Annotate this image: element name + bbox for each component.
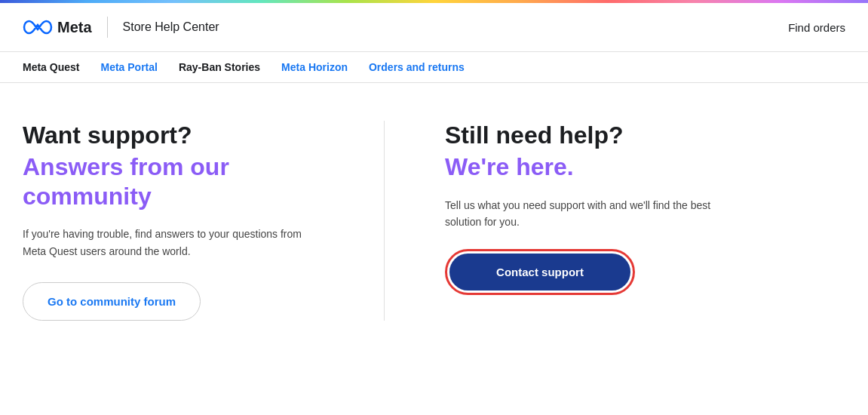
main-content: Want support? Answers from our community… <box>0 83 868 351</box>
meta-logo-text: Meta <box>57 19 92 36</box>
nav-meta-portal[interactable]: Meta Portal <box>100 61 157 73</box>
nav-rayban-stories[interactable]: Ray-Ban Stories <box>179 61 260 73</box>
left-heading-dark: Want support? <box>23 121 354 149</box>
nav-orders-returns[interactable]: Orders and returns <box>369 61 465 73</box>
header: Meta Store Help Center Find orders <box>0 3 868 52</box>
main-nav: Meta Quest Meta Portal Ray-Ban Stories M… <box>0 52 868 83</box>
left-heading-purple: Answers from our community <box>23 152 354 211</box>
meta-logo: Meta <box>23 19 92 36</box>
nav-meta-quest[interactable]: Meta Quest <box>23 61 79 73</box>
right-subtext: Tell us what you need support with and w… <box>445 197 747 231</box>
right-panel: Still need help? We're here. Tell us wha… <box>385 121 845 321</box>
left-body-text: If you're having trouble, find answers t… <box>23 226 309 260</box>
community-forum-button[interactable]: Go to community forum <box>23 282 201 321</box>
nav-meta-horizon[interactable]: Meta Horizon <box>281 61 348 73</box>
right-heading-dark: Still need help? <box>445 121 845 149</box>
contact-support-wrapper: Contact support <box>445 249 635 295</box>
meta-infinity-icon <box>23 19 53 35</box>
store-help-center-title: Store Help Center <box>123 20 219 34</box>
right-heading-purple: We're here. <box>445 152 845 181</box>
contact-support-button[interactable]: Contact support <box>449 254 630 290</box>
header-divider <box>107 17 108 38</box>
left-panel: Want support? Answers from our community… <box>23 121 385 321</box>
find-orders-link[interactable]: Find orders <box>788 21 845 34</box>
